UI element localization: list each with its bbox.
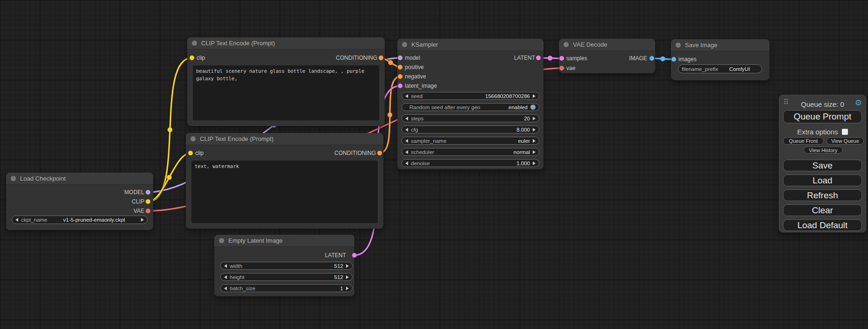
increment-arrow-icon[interactable] xyxy=(533,117,536,120)
node-title-bar[interactable]: CLIP Text Encode (Prompt) xyxy=(187,37,385,49)
node-title-bar[interactable]: Empty Latent Image xyxy=(214,235,354,247)
decrement-arrow-icon[interactable] xyxy=(224,264,227,268)
decrement-arrow-icon[interactable] xyxy=(224,275,227,279)
input-port-clip[interactable] xyxy=(190,56,194,60)
increment-arrow-icon[interactable] xyxy=(533,128,536,132)
load-default-button[interactable]: Load Default xyxy=(783,219,862,231)
width-widget[interactable]: width 512 xyxy=(220,262,353,270)
output-port-conditioning[interactable] xyxy=(379,56,383,60)
node-title-bar[interactable]: Load Checkpoint xyxy=(6,173,153,185)
filename-prefix-widget[interactable]: filename_prefix ComfyUI xyxy=(678,64,762,73)
output-label-image: IMAGE xyxy=(629,55,647,62)
clear-button[interactable]: Clear xyxy=(783,204,862,216)
link-dot-clip-to-negative-prompt xyxy=(167,175,171,180)
input-port-images[interactable] xyxy=(671,57,676,62)
output-port-latent[interactable] xyxy=(352,253,357,258)
cfg-widget[interactable]: cfg 8.000 xyxy=(402,126,539,133)
seed-widget[interactable]: seed 156680208700286 xyxy=(402,92,539,100)
node-title-bar[interactable]: KSampler xyxy=(397,39,543,51)
input-port-samples[interactable] xyxy=(559,56,564,61)
output-port-clip[interactable] xyxy=(146,199,150,204)
node-ksampler[interactable]: KSampler model positive negative latent_… xyxy=(397,39,543,169)
prompt-textarea[interactable]: beautiful scenery nature glass bottle la… xyxy=(193,65,379,120)
batch-size-widget[interactable]: batch_size 1 xyxy=(220,284,353,292)
widget-value: 1 xyxy=(340,286,343,291)
input-port-latent-image[interactable] xyxy=(398,84,402,88)
enabled-toggle-icon[interactable] xyxy=(530,105,536,110)
increment-arrow-icon[interactable] xyxy=(346,275,349,279)
widget-value: 1.000 xyxy=(516,161,530,166)
queue-size-label: Queue size: 0 xyxy=(779,100,866,108)
collapse-dot-icon[interactable] xyxy=(402,42,407,47)
node-empty-latent-image[interactable]: Empty Latent Image LATENT width 512 heig… xyxy=(214,235,354,296)
output-port-model[interactable] xyxy=(146,190,150,195)
widget-value: 512 xyxy=(334,263,343,269)
scheduler-widget[interactable]: scheduler normal xyxy=(402,148,539,156)
prompt-textarea[interactable]: text, watermark xyxy=(191,161,378,223)
ckpt-name-widget[interactable]: ckpt_name v1-5-pruned-emaonly.ckpt xyxy=(12,216,148,224)
node-title-bar[interactable]: CLIP Text Encode (Prompt) xyxy=(186,133,383,145)
output-port-image[interactable] xyxy=(649,56,654,61)
increment-arrow-icon[interactable] xyxy=(533,139,536,143)
queue-panel[interactable]: ⠿ Queue size: 0 ⚙ Queue Prompt Extra opt… xyxy=(779,95,866,232)
node-load-checkpoint[interactable]: Load Checkpoint MODEL CLIP VAE ckpt_name… xyxy=(6,173,153,230)
input-port-vae[interactable] xyxy=(559,66,564,70)
denoise-widget[interactable]: denoise 1.000 xyxy=(402,159,539,167)
decrement-arrow-icon[interactable] xyxy=(224,287,227,290)
node-graph-canvas[interactable]: Load Checkpoint MODEL CLIP VAE ckpt_name… xyxy=(0,0,868,329)
decrement-arrow-icon[interactable] xyxy=(405,94,408,98)
input-label-images: images xyxy=(678,56,697,63)
increment-arrow-icon[interactable] xyxy=(533,94,536,98)
settings-gear-icon[interactable]: ⚙ xyxy=(855,98,862,108)
extra-options-checkbox[interactable] xyxy=(842,129,848,135)
node-vae-decode[interactable]: VAE Decode samples IMAGE vae xyxy=(559,39,655,73)
increment-arrow-icon[interactable] xyxy=(533,161,536,165)
output-label-vae: VAE xyxy=(134,208,144,214)
input-port-negative[interactable] xyxy=(398,74,402,79)
increment-arrow-icon[interactable] xyxy=(346,287,349,290)
decrement-arrow-icon[interactable] xyxy=(405,139,408,143)
increment-arrow-icon[interactable] xyxy=(346,264,349,268)
decrement-arrow-icon[interactable] xyxy=(15,218,18,222)
widget-label: scheduler xyxy=(411,149,434,155)
input-port-positive[interactable] xyxy=(398,65,402,70)
decrement-arrow-icon[interactable] xyxy=(405,161,408,165)
refresh-button[interactable]: Refresh xyxy=(783,189,862,201)
collapse-dot-icon[interactable] xyxy=(676,42,681,48)
node-clip-text-encode-positive[interactable]: CLIP Text Encode (Prompt) clip CONDITION… xyxy=(187,37,385,126)
widget-label: ckpt_name xyxy=(21,217,47,223)
queue-prompt-button[interactable]: Queue Prompt xyxy=(783,110,862,123)
node-clip-text-encode-negative[interactable]: CLIP Text Encode (Prompt) clip CONDITION… xyxy=(186,133,383,229)
decrement-arrow-icon[interactable] xyxy=(405,117,408,120)
widget-label: width xyxy=(230,263,242,269)
increment-arrow-icon[interactable] xyxy=(533,150,536,154)
decrement-arrow-icon[interactable] xyxy=(405,150,408,154)
view-history-button[interactable]: View History xyxy=(804,147,843,154)
output-port-latent[interactable] xyxy=(536,56,541,60)
input-label-model: model xyxy=(405,55,420,61)
node-save-image[interactable]: Save Image images filename_prefix ComfyU… xyxy=(671,39,769,80)
save-button[interactable]: Save xyxy=(783,160,862,171)
collapse-dot-icon[interactable] xyxy=(564,42,569,47)
widget-value: 8.000 xyxy=(516,127,530,133)
decrement-arrow-icon[interactable] xyxy=(405,128,408,132)
collapse-dot-icon[interactable] xyxy=(191,136,196,141)
increment-arrow-icon[interactable] xyxy=(141,218,144,222)
output-port-vae[interactable] xyxy=(146,209,150,213)
queue-front-button[interactable]: Queue Front xyxy=(783,137,824,145)
output-port-conditioning[interactable] xyxy=(377,151,382,155)
sampler-name-widget[interactable]: sampler_name euler xyxy=(402,137,539,145)
load-button[interactable]: Load xyxy=(783,175,862,186)
node-title-bar[interactable]: Save Image xyxy=(671,39,769,51)
node-title-bar[interactable]: VAE Decode xyxy=(559,39,655,51)
height-widget[interactable]: height 512 xyxy=(220,273,353,281)
collapse-dot-icon[interactable] xyxy=(219,238,224,243)
extra-options-label: Extra options xyxy=(797,128,838,136)
input-port-clip[interactable] xyxy=(188,151,193,155)
input-port-model[interactable] xyxy=(398,56,402,60)
random-seed-widget[interactable]: Random seed after every gen enabled xyxy=(402,103,539,111)
collapse-dot-icon[interactable] xyxy=(11,176,16,181)
collapse-dot-icon[interactable] xyxy=(192,41,197,46)
view-queue-button[interactable]: View Queue xyxy=(826,137,864,145)
steps-widget[interactable]: steps 20 xyxy=(402,114,539,122)
